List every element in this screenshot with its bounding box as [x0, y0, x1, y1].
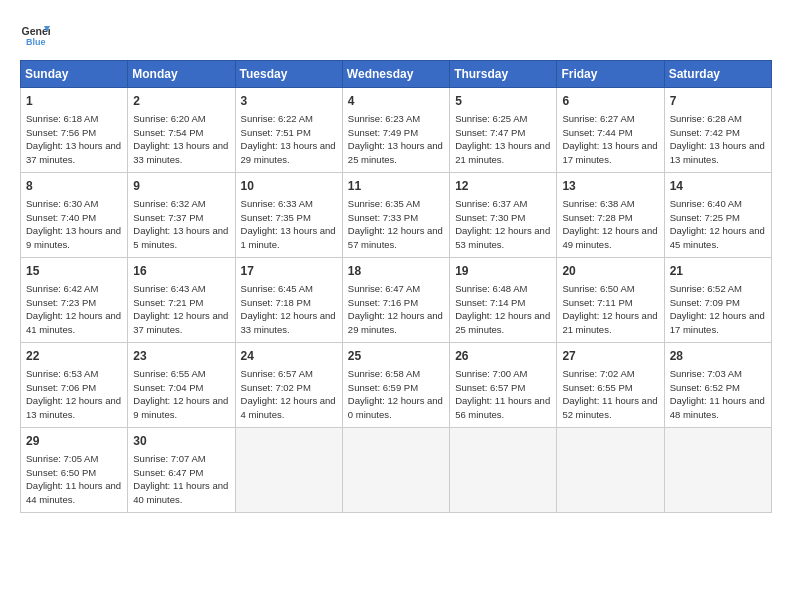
day-number: 29: [26, 433, 122, 450]
daylight: Daylight: 11 hours and 44 minutes.: [26, 480, 121, 505]
daylight: Daylight: 12 hours and 4 minutes.: [241, 395, 336, 420]
daylight: Daylight: 13 hours and 1 minute.: [241, 225, 336, 250]
sunrise: Sunrise: 6:45 AM: [241, 283, 313, 294]
sunrise: Sunrise: 6:32 AM: [133, 198, 205, 209]
calendar-cell: 4Sunrise: 6:23 AMSunset: 7:49 PMDaylight…: [342, 88, 449, 173]
sunrise: Sunrise: 6:50 AM: [562, 283, 634, 294]
sunrise: Sunrise: 7:07 AM: [133, 453, 205, 464]
sunset: Sunset: 7:14 PM: [455, 297, 525, 308]
sunset: Sunset: 7:49 PM: [348, 127, 418, 138]
day-info: Sunrise: 6:43 AMSunset: 7:21 PMDaylight:…: [133, 282, 229, 337]
day-number: 10: [241, 178, 337, 195]
sunrise: Sunrise: 6:58 AM: [348, 368, 420, 379]
day-info: Sunrise: 6:52 AMSunset: 7:09 PMDaylight:…: [670, 282, 766, 337]
day-number: 26: [455, 348, 551, 365]
day-info: Sunrise: 6:33 AMSunset: 7:35 PMDaylight:…: [241, 197, 337, 252]
sunset: Sunset: 7:18 PM: [241, 297, 311, 308]
calendar-cell: 19Sunrise: 6:48 AMSunset: 7:14 PMDayligh…: [450, 258, 557, 343]
calendar-cell: 16Sunrise: 6:43 AMSunset: 7:21 PMDayligh…: [128, 258, 235, 343]
calendar-cell: 8Sunrise: 6:30 AMSunset: 7:40 PMDaylight…: [21, 173, 128, 258]
sunset: Sunset: 7:16 PM: [348, 297, 418, 308]
sunset: Sunset: 6:55 PM: [562, 382, 632, 393]
day-number: 14: [670, 178, 766, 195]
day-number: 25: [348, 348, 444, 365]
sunset: Sunset: 7:25 PM: [670, 212, 740, 223]
calendar-cell: 15Sunrise: 6:42 AMSunset: 7:23 PMDayligh…: [21, 258, 128, 343]
day-info: Sunrise: 6:28 AMSunset: 7:42 PMDaylight:…: [670, 112, 766, 167]
day-info: Sunrise: 6:45 AMSunset: 7:18 PMDaylight:…: [241, 282, 337, 337]
day-info: Sunrise: 6:55 AMSunset: 7:04 PMDaylight:…: [133, 367, 229, 422]
daylight: Daylight: 13 hours and 29 minutes.: [241, 140, 336, 165]
day-number: 20: [562, 263, 658, 280]
day-info: Sunrise: 6:48 AMSunset: 7:14 PMDaylight:…: [455, 282, 551, 337]
calendar-cell: 27Sunrise: 7:02 AMSunset: 6:55 PMDayligh…: [557, 343, 664, 428]
daylight: Daylight: 13 hours and 37 minutes.: [26, 140, 121, 165]
sunset: Sunset: 7:42 PM: [670, 127, 740, 138]
daylight: Daylight: 13 hours and 21 minutes.: [455, 140, 550, 165]
sunrise: Sunrise: 6:57 AM: [241, 368, 313, 379]
daylight: Daylight: 13 hours and 9 minutes.: [26, 225, 121, 250]
sunset: Sunset: 7:06 PM: [26, 382, 96, 393]
sunrise: Sunrise: 6:18 AM: [26, 113, 98, 124]
day-number: 17: [241, 263, 337, 280]
sunset: Sunset: 7:33 PM: [348, 212, 418, 223]
daylight: Daylight: 13 hours and 25 minutes.: [348, 140, 443, 165]
day-info: Sunrise: 6:40 AMSunset: 7:25 PMDaylight:…: [670, 197, 766, 252]
calendar-cell: [664, 428, 771, 513]
sunset: Sunset: 7:04 PM: [133, 382, 203, 393]
sunrise: Sunrise: 6:37 AM: [455, 198, 527, 209]
daylight: Daylight: 13 hours and 17 minutes.: [562, 140, 657, 165]
daylight: Daylight: 12 hours and 29 minutes.: [348, 310, 443, 335]
col-header-monday: Monday: [128, 61, 235, 88]
week-row-3: 15Sunrise: 6:42 AMSunset: 7:23 PMDayligh…: [21, 258, 772, 343]
day-info: Sunrise: 6:27 AMSunset: 7:44 PMDaylight:…: [562, 112, 658, 167]
calendar-cell: [235, 428, 342, 513]
sunrise: Sunrise: 6:28 AM: [670, 113, 742, 124]
sunrise: Sunrise: 7:02 AM: [562, 368, 634, 379]
day-number: 8: [26, 178, 122, 195]
daylight: Daylight: 11 hours and 52 minutes.: [562, 395, 657, 420]
day-number: 12: [455, 178, 551, 195]
calendar-cell: 9Sunrise: 6:32 AMSunset: 7:37 PMDaylight…: [128, 173, 235, 258]
day-info: Sunrise: 6:42 AMSunset: 7:23 PMDaylight:…: [26, 282, 122, 337]
day-info: Sunrise: 6:23 AMSunset: 7:49 PMDaylight:…: [348, 112, 444, 167]
calendar-cell: 29Sunrise: 7:05 AMSunset: 6:50 PMDayligh…: [21, 428, 128, 513]
week-row-1: 1Sunrise: 6:18 AMSunset: 7:56 PMDaylight…: [21, 88, 772, 173]
day-info: Sunrise: 6:47 AMSunset: 7:16 PMDaylight:…: [348, 282, 444, 337]
daylight: Daylight: 12 hours and 9 minutes.: [133, 395, 228, 420]
day-number: 2: [133, 93, 229, 110]
daylight: Daylight: 11 hours and 40 minutes.: [133, 480, 228, 505]
calendar-cell: [450, 428, 557, 513]
calendar-cell: 24Sunrise: 6:57 AMSunset: 7:02 PMDayligh…: [235, 343, 342, 428]
calendar-cell: 12Sunrise: 6:37 AMSunset: 7:30 PMDayligh…: [450, 173, 557, 258]
day-info: Sunrise: 6:32 AMSunset: 7:37 PMDaylight:…: [133, 197, 229, 252]
sunset: Sunset: 7:37 PM: [133, 212, 203, 223]
sunset: Sunset: 6:52 PM: [670, 382, 740, 393]
sunrise: Sunrise: 6:53 AM: [26, 368, 98, 379]
day-number: 27: [562, 348, 658, 365]
day-number: 19: [455, 263, 551, 280]
calendar-cell: 20Sunrise: 6:50 AMSunset: 7:11 PMDayligh…: [557, 258, 664, 343]
daylight: Daylight: 12 hours and 21 minutes.: [562, 310, 657, 335]
sunset: Sunset: 7:23 PM: [26, 297, 96, 308]
day-info: Sunrise: 6:38 AMSunset: 7:28 PMDaylight:…: [562, 197, 658, 252]
calendar-cell: 30Sunrise: 7:07 AMSunset: 6:47 PMDayligh…: [128, 428, 235, 513]
sunset: Sunset: 7:30 PM: [455, 212, 525, 223]
sunrise: Sunrise: 6:42 AM: [26, 283, 98, 294]
calendar-cell: 14Sunrise: 6:40 AMSunset: 7:25 PMDayligh…: [664, 173, 771, 258]
day-info: Sunrise: 6:35 AMSunset: 7:33 PMDaylight:…: [348, 197, 444, 252]
sunset: Sunset: 6:59 PM: [348, 382, 418, 393]
calendar-cell: 26Sunrise: 7:00 AMSunset: 6:57 PMDayligh…: [450, 343, 557, 428]
day-info: Sunrise: 7:05 AMSunset: 6:50 PMDaylight:…: [26, 452, 122, 507]
sunset: Sunset: 7:47 PM: [455, 127, 525, 138]
calendar-cell: 3Sunrise: 6:22 AMSunset: 7:51 PMDaylight…: [235, 88, 342, 173]
calendar-cell: 13Sunrise: 6:38 AMSunset: 7:28 PMDayligh…: [557, 173, 664, 258]
calendar-cell: 2Sunrise: 6:20 AMSunset: 7:54 PMDaylight…: [128, 88, 235, 173]
calendar-cell: 28Sunrise: 7:03 AMSunset: 6:52 PMDayligh…: [664, 343, 771, 428]
day-info: Sunrise: 6:58 AMSunset: 6:59 PMDaylight:…: [348, 367, 444, 422]
day-info: Sunrise: 7:03 AMSunset: 6:52 PMDaylight:…: [670, 367, 766, 422]
day-info: Sunrise: 6:18 AMSunset: 7:56 PMDaylight:…: [26, 112, 122, 167]
daylight: Daylight: 12 hours and 17 minutes.: [670, 310, 765, 335]
sunrise: Sunrise: 6:55 AM: [133, 368, 205, 379]
daylight: Daylight: 12 hours and 45 minutes.: [670, 225, 765, 250]
